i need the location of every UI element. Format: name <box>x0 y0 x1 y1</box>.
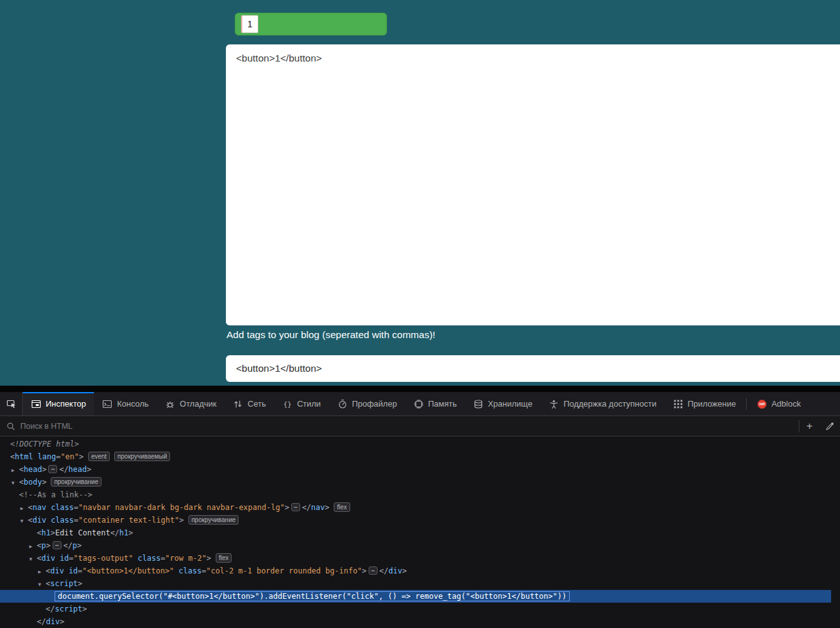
profiler-icon <box>338 399 348 409</box>
seg-punct: </ <box>379 566 388 575</box>
seg-attr: id <box>64 566 78 575</box>
devtools-tab-memory[interactable]: Память <box>405 392 465 415</box>
badge-прокручиваемый[interactable]: прокручиваемый <box>114 452 170 461</box>
seg-punct: > <box>179 516 183 525</box>
twisty-closed-icon[interactable]: ▶ <box>19 502 28 515</box>
seg-tag: div <box>388 566 402 575</box>
badge-event[interactable]: event <box>88 452 110 461</box>
abp-icon: ABP <box>757 399 767 409</box>
seg-text: Edit Content <box>55 528 110 537</box>
seg-attr: class <box>46 516 74 525</box>
devtools-tab-label: Инспектор <box>46 399 86 409</box>
seg-punct: = <box>69 554 74 563</box>
twisty-open-icon[interactable]: ▼ <box>28 553 37 566</box>
seg-punct: > <box>46 541 50 550</box>
eyedropper-button[interactable] <box>820 416 840 436</box>
devtools-tab-application[interactable]: Приложение <box>665 392 744 415</box>
seg-tag: h1 <box>119 528 128 537</box>
devtools-tab-console[interactable]: Консоль <box>94 392 157 415</box>
seg-tag: div <box>32 516 46 525</box>
twisty-open-icon[interactable]: ▼ <box>37 579 46 591</box>
devtools-splitter[interactable] <box>0 386 840 392</box>
application-icon <box>673 399 683 409</box>
markup-row-comment-node[interactable]: <!--As a link--> <box>0 488 840 501</box>
collapsed-ellipsis[interactable]: ⋯ <box>53 541 62 549</box>
seg-comment: <!--As a link--> <box>19 490 93 499</box>
inspector-icon <box>31 399 41 409</box>
node-picker-button[interactable] <box>0 392 23 415</box>
markup-row-p-element[interactable]: ▶<p>⋯</p> <box>0 539 840 552</box>
badge-прокручивание[interactable]: прокручивание <box>51 477 102 487</box>
twisty-closed-icon[interactable]: ▶ <box>10 464 19 477</box>
seg-tag: div <box>50 566 64 575</box>
devtools-tab-accessibility[interactable]: Поддержка доступности <box>541 392 665 415</box>
seg-code: document.querySelector("#<button>1</butt… <box>58 592 567 601</box>
markup-row-doctype[interactable]: <!DOCTYPE html> <box>0 438 840 450</box>
devtools-panel: ИнспекторКонсольОтладчикСеть{}СтилиПрофа… <box>0 392 840 628</box>
twisty-closed-icon[interactable]: ▶ <box>28 540 37 553</box>
seg-value: "tags-output" <box>74 554 133 563</box>
seg-punct: > <box>206 554 211 563</box>
markup-row-html-element[interactable]: <html lang="en">eventпрокручиваемый <box>0 450 840 463</box>
seg-punct: = <box>74 503 78 512</box>
twisty-closed-icon[interactable]: ▶ <box>37 566 46 579</box>
tags-input[interactable] <box>226 355 840 382</box>
memory-icon <box>414 399 424 409</box>
markup-row-tags-output-div[interactable]: ▼<div id="tags-output" class="row m-2">f… <box>0 552 840 565</box>
seg-value: "en" <box>61 452 79 461</box>
markup-row-h1-element[interactable]: <h1>Edit Content</h1> <box>0 527 840 539</box>
devtools-tab-network[interactable]: Сеть <box>225 392 274 415</box>
network-icon <box>233 399 243 409</box>
seg-punct: > <box>78 579 82 588</box>
collapsed-ellipsis[interactable]: ⋯ <box>291 503 300 511</box>
collapsed-ellipsis[interactable]: ⋯ <box>369 566 377 575</box>
twisty-open-icon[interactable]: ▼ <box>10 477 19 490</box>
badge-flex[interactable]: flex <box>334 502 350 512</box>
devtools-tab-label: Память <box>428 399 457 409</box>
markup-row-nav-element[interactable]: ▶<nav class="navbar navbar-dark bg-dark … <box>0 501 840 514</box>
seg-tag: head <box>23 465 42 474</box>
markup-row-body-element[interactable]: ▼<body>прокручивание <box>0 476 840 488</box>
seg-punct: > <box>285 503 289 512</box>
devtools-tab-abp[interactable]: ABPAdblock <box>749 392 809 415</box>
devtools-tab-styles[interactable]: {}Стили <box>274 392 329 415</box>
collapsed-ellipsis[interactable]: ⋯ <box>48 465 57 473</box>
debugger-icon <box>165 399 175 409</box>
markup-row-container-div[interactable]: ▼<div class="container text-light">прокр… <box>0 514 840 527</box>
markup-row-tag-div[interactable]: ▶<div id="<button>1</button>" class="col… <box>0 565 840 577</box>
badge-прокручивание[interactable]: прокручивание <box>188 515 239 525</box>
markup-row-script-close[interactable]: </script> <box>0 603 840 615</box>
seg-tag: div <box>46 617 60 626</box>
seg-punct: </ <box>63 541 72 550</box>
seg-doctype: <!DOCTYPE html> <box>10 440 79 448</box>
devtools-tab-profiler[interactable]: Профайлер <box>329 392 405 415</box>
devtools-tab-storage[interactable]: Хранилище <box>465 392 541 415</box>
devtools-search-bar: + <box>0 416 840 436</box>
markup-row-tags-output-close[interactable]: </div> <box>0 615 840 628</box>
tab-separator <box>746 398 747 410</box>
tag-remove-button[interactable]: 1 <box>241 15 258 33</box>
seg-tag: head <box>69 465 87 474</box>
badge-flex[interactable]: flex <box>216 553 232 563</box>
devtools-tab-inspector[interactable]: Инспектор <box>23 392 94 415</box>
seg-value: "<button>1</button>" <box>82 566 174 575</box>
blog-edit-page: 1 <button>1</button> Add tags to your bl… <box>0 0 840 386</box>
search-icon <box>6 421 16 431</box>
search-input[interactable] <box>20 422 799 431</box>
tags-label: Add tags to your blog (seperated with co… <box>226 329 435 341</box>
new-node-button[interactable]: + <box>799 416 820 436</box>
seg-punct: > <box>79 452 83 461</box>
markup-row-script-element[interactable]: ▼<script> <box>0 577 840 590</box>
seg-attr: class <box>46 503 74 512</box>
console-icon <box>102 399 112 409</box>
devtools-toolbar: ИнспекторКонсольОтладчикСеть{}СтилиПрофа… <box>0 392 840 416</box>
blog-content-textarea[interactable]: <button>1</button> <box>226 44 840 325</box>
devtools-tab-label: Поддержка доступности <box>563 399 657 409</box>
twisty-open-icon[interactable]: ▼ <box>19 515 28 528</box>
devtools-tab-label: Профайлер <box>352 399 397 409</box>
markup-row-script-text[interactable]: document.querySelector("#<button>1</butt… <box>0 590 831 603</box>
devtools-tab-debugger[interactable]: Отладчик <box>157 392 225 415</box>
devtools-tab-label: Приложение <box>688 399 736 409</box>
markup-row-head-element[interactable]: ▶<head>⋯</head> <box>0 463 840 476</box>
seg-punct: </ <box>302 503 311 512</box>
